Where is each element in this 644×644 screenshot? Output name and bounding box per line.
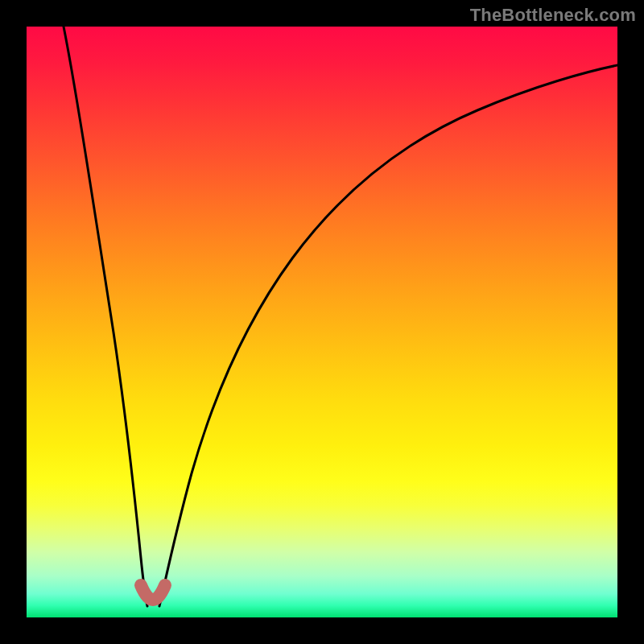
curve-right [159,65,617,606]
chart-frame: TheBottleneck.com [0,0,644,644]
dip-highlight [141,585,165,600]
plot-area [27,27,617,617]
bottleneck-curve-svg [27,27,617,617]
curve-left [64,27,147,606]
watermark-text: TheBottleneck.com [470,5,636,26]
